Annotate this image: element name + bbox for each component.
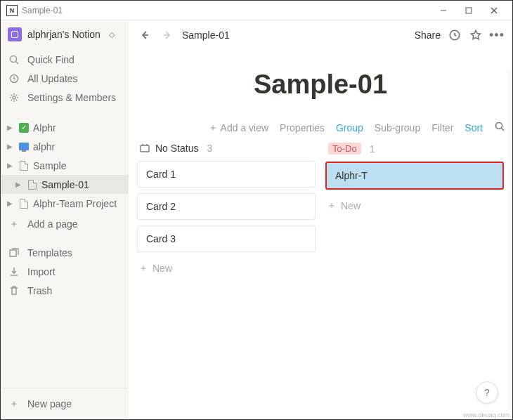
sidebar-page-item[interactable]: ▶✓Alphr <box>1 118 129 137</box>
new-card-button[interactable]: ＋New <box>325 195 504 216</box>
quick-find[interactable]: Quick Find <box>1 50 129 69</box>
plus-icon: ＋ <box>138 262 148 275</box>
sidebar-page-item[interactable]: ▶Alphr-Team Project <box>1 194 129 213</box>
sidebar-page-item[interactable]: ▶alphr <box>1 137 129 156</box>
board-card[interactable]: Card 3 <box>137 225 316 252</box>
page-item-label: Sample <box>33 160 66 171</box>
chevron-up-down-icon: ◇ <box>109 30 115 39</box>
gear-icon <box>8 92 20 103</box>
svg-rect-14 <box>141 145 149 152</box>
filter-button[interactable]: Filter <box>431 122 453 133</box>
workspace-icon <box>8 27 22 41</box>
page-item-label: alphr <box>33 141 55 152</box>
import-icon <box>8 266 20 277</box>
monitor-icon <box>19 143 29 150</box>
board-column: No Status3Card 1Card 2Card 3＋New <box>137 140 316 279</box>
sort-button[interactable]: Sort <box>465 122 483 133</box>
board: No Status3Card 1Card 2Card 3＋NewTo-Do1Al… <box>129 140 512 279</box>
page-icon <box>28 180 37 190</box>
new-page[interactable]: ＋ New page <box>1 388 129 419</box>
page-title[interactable]: Sample-01 <box>129 70 512 100</box>
svg-line-5 <box>16 61 19 64</box>
updates-icon[interactable] <box>448 28 462 42</box>
page-item-label: Alphr-Team Project <box>33 198 117 209</box>
column-header[interactable]: No Status3 <box>137 140 316 161</box>
favorite-icon[interactable] <box>469 28 483 42</box>
column-count: 3 <box>207 143 212 154</box>
quick-find-label: Quick Find <box>27 54 74 65</box>
sidebar: alphrjan's Notion ◇ Quick Find All Updat… <box>1 20 129 419</box>
add-page-label: Add a page <box>27 218 78 230</box>
subgroup-button[interactable]: Sub-group <box>375 122 420 133</box>
app-icon: N <box>6 5 18 16</box>
status-tag: To-Do <box>328 143 361 155</box>
window-maximize-button[interactable] <box>456 1 481 20</box>
share-button[interactable]: Share <box>415 29 441 41</box>
window-title: Sample-01 <box>22 6 63 15</box>
templates-label: Templates <box>27 247 72 258</box>
breadcrumb[interactable]: Sample-01 <box>182 29 230 41</box>
trash-icon <box>8 285 20 296</box>
more-icon[interactable]: ••• <box>490 28 504 42</box>
new-card-label: New <box>152 263 172 274</box>
board-column: To-Do1Alphr-T＋New <box>325 140 504 279</box>
add-view-button[interactable]: ＋ Add a view <box>208 122 268 134</box>
workspace-name: alphrjan's Notion <box>27 29 100 40</box>
no-status-icon <box>140 143 150 153</box>
add-view-label: Add a view <box>221 122 268 133</box>
svg-line-13 <box>502 129 505 131</box>
settings-members[interactable]: Settings & Members <box>1 88 129 107</box>
add-page[interactable]: ＋ Add a page <box>1 214 129 233</box>
group-button[interactable]: Group <box>336 122 363 133</box>
svg-point-7 <box>13 96 15 99</box>
plus-icon: ＋ <box>8 218 20 230</box>
page-icon <box>20 199 28 209</box>
svg-rect-1 <box>466 8 472 13</box>
all-updates-label: All Updates <box>27 73 78 84</box>
trash-label: Trash <box>27 285 52 296</box>
page-icon <box>20 161 28 171</box>
new-card-button[interactable]: ＋New <box>137 258 316 279</box>
svg-point-4 <box>11 55 17 62</box>
svg-rect-8 <box>10 250 16 256</box>
sidebar-page-item[interactable]: ▶Sample <box>1 156 129 175</box>
chevron-right-icon[interactable]: ▶ <box>5 124 15 131</box>
plus-icon: ＋ <box>327 199 337 212</box>
forward-button[interactable] <box>160 27 175 43</box>
window-titlebar: N Sample-01 <box>1 1 512 20</box>
topbar: Sample-01 Share ••• <box>129 20 512 50</box>
trash[interactable]: Trash <box>1 281 129 300</box>
svg-point-12 <box>496 123 502 129</box>
workspace-switcher[interactable]: alphrjan's Notion ◇ <box>1 20 129 48</box>
chevron-right-icon[interactable]: ▶ <box>5 162 15 169</box>
new-card-label: New <box>341 200 361 211</box>
main-content: Sample-01 Share ••• Sample-01 ＋ Add a vi… <box>129 20 512 419</box>
properties-button[interactable]: Properties <box>280 122 325 133</box>
watermark: www.deuaq.com <box>463 412 509 419</box>
new-page-label: New page <box>27 398 72 409</box>
back-button[interactable] <box>137 27 152 43</box>
board-card[interactable]: Card 1 <box>137 161 316 188</box>
page-item-label: Sample-01 <box>41 179 89 190</box>
plus-icon: ＋ <box>8 398 20 410</box>
settings-label: Settings & Members <box>27 92 116 103</box>
window-minimize-button[interactable] <box>431 1 456 20</box>
chevron-right-icon[interactable]: ▶ <box>13 181 23 188</box>
templates[interactable]: Templates <box>1 243 129 262</box>
clock-icon <box>8 73 20 84</box>
sidebar-page-item[interactable]: ▶Sample-01 <box>1 175 129 194</box>
import[interactable]: Import <box>1 262 129 281</box>
page-item-label: Alphr <box>33 122 56 133</box>
column-count: 1 <box>370 143 375 155</box>
board-card[interactable]: Alphr-T <box>325 162 504 190</box>
board-card[interactable]: Card 2 <box>137 193 316 220</box>
chevron-right-icon[interactable]: ▶ <box>5 143 15 150</box>
all-updates[interactable]: All Updates <box>1 69 129 88</box>
chevron-right-icon[interactable]: ▶ <box>5 199 15 207</box>
column-header[interactable]: To-Do1 <box>325 140 504 162</box>
import-label: Import <box>27 266 56 277</box>
templates-icon <box>8 247 20 258</box>
search-icon[interactable] <box>494 121 505 134</box>
window-close-button[interactable] <box>481 1 507 20</box>
help-button[interactable]: ? <box>476 381 498 404</box>
